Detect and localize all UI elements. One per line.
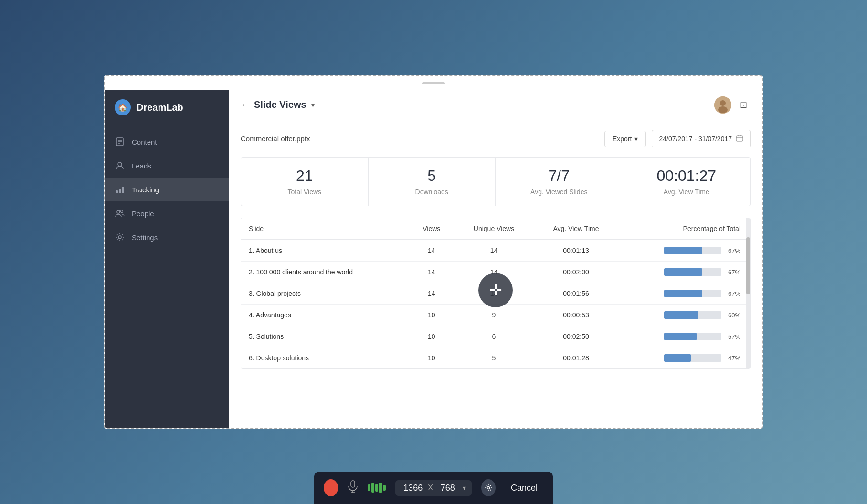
people-icon — [115, 208, 125, 219]
svg-point-9 — [121, 210, 123, 213]
downloads-number: 5 — [378, 167, 486, 185]
progress-bar-fill — [664, 247, 702, 254]
progress-bar-fill — [664, 311, 698, 319]
table-row: 1. About us 14 14 00:01:13 67% — [241, 240, 750, 262]
slides-table: Slide Views Unique Views Avg. View Time … — [241, 218, 750, 368]
progress-pct-text: 67% — [725, 269, 740, 276]
svg-point-10 — [118, 236, 121, 239]
slide-views: 10 — [408, 304, 455, 326]
record-button[interactable] — [324, 479, 338, 496]
sidebar-item-content[interactable]: Content — [105, 130, 229, 154]
stat-avg-time: 00:01:27 Avg. View Time — [623, 158, 751, 206]
sidebar-logo[interactable]: 🏠 DreamLab — [105, 90, 229, 125]
table-scrollbar[interactable] — [746, 218, 750, 368]
slide-views: 14 — [408, 283, 455, 304]
progress-bar-bg — [664, 290, 721, 297]
sidebar-item-leads[interactable]: Leads — [105, 154, 229, 178]
slide-views: 14 — [408, 262, 455, 283]
user-avatar[interactable] — [714, 96, 731, 114]
progress-bar-bg — [664, 268, 721, 276]
coord-separator: X — [428, 483, 433, 492]
header-actions: Export ▾ 24/07/2017 - 31/07/2017 — [604, 130, 751, 147]
content-icon — [115, 136, 125, 147]
logo-icon: 🏠 — [115, 99, 131, 116]
slide-pct: 60% — [619, 304, 750, 326]
svg-rect-5 — [116, 190, 118, 193]
table-row: 2. 100 000 clients around the world 14 1… — [241, 262, 750, 283]
sidebar-item-tracking[interactable]: Tracking — [105, 178, 229, 201]
sidebar-label-settings: Settings — [132, 233, 158, 242]
slide-unique-views: 14 — [455, 283, 533, 304]
slide-unique-views: 6 — [455, 326, 533, 347]
progress-bar-fill — [664, 333, 697, 340]
slide-pct: 67% — [619, 240, 750, 262]
sidebar-nav: Content Leads — [105, 125, 229, 254]
slide-name: 3. Global projects — [241, 283, 408, 304]
slide-pct: 67% — [619, 262, 750, 283]
slide-name: 1. About us — [241, 240, 408, 262]
export-arrow-icon: ▾ — [634, 135, 638, 143]
stats-grid: 21 Total Views 5 Downloads 7/7 Avg. View… — [241, 157, 751, 206]
audio-bar-5 — [383, 485, 386, 491]
coord-x-value: 1366 — [401, 483, 425, 493]
col-views: Views — [408, 218, 455, 240]
drag-handle[interactable] — [422, 82, 445, 84]
svg-rect-14 — [736, 136, 743, 141]
progress-pct-text: 67% — [725, 247, 740, 254]
progress-bar-fill — [664, 268, 702, 276]
top-bar: ← Slide Views ▾ ⊡ — [229, 90, 762, 120]
avg-slides-label: Avg. Viewed Slides — [530, 188, 587, 196]
svg-point-13 — [718, 106, 728, 113]
coord-y-value: 768 — [436, 483, 460, 493]
audio-bar-4 — [379, 483, 382, 493]
audio-bar-3 — [375, 484, 378, 492]
sidebar-label-leads: Leads — [132, 162, 151, 170]
coord-dropdown-icon[interactable]: ▾ — [463, 484, 466, 492]
main-content: ← Slide Views ▾ ⊡ — [229, 90, 762, 428]
date-range-button[interactable]: 24/07/2017 - 31/07/2017 — [652, 130, 751, 147]
cancel-button[interactable]: Cancel — [505, 480, 543, 496]
sidebar: 🏠 DreamLab Content — [105, 90, 229, 428]
title-dropdown-icon[interactable]: ▾ — [311, 101, 315, 109]
slide-unique-views: 5 — [455, 347, 533, 369]
svg-point-8 — [117, 210, 120, 213]
progress-pct-text: 57% — [725, 333, 740, 340]
corner-button[interactable]: ⊡ — [736, 98, 751, 112]
microphone-button[interactable] — [348, 480, 358, 495]
slide-name: 2. 100 000 clients around the world — [241, 262, 408, 283]
avg-time-number: 00:01:27 — [633, 167, 741, 185]
sidebar-item-people[interactable]: People — [105, 201, 229, 225]
progress-pct-text: 60% — [725, 312, 740, 319]
app-window: 🏠 DreamLab Content — [104, 75, 763, 429]
bottom-toolbar: 1366 X 768 ▾ Cancel — [314, 472, 553, 504]
progress-pct-text: 67% — [725, 290, 740, 297]
audio-bar-2 — [371, 483, 374, 493]
window-top-bar — [105, 76, 762, 90]
svg-point-4 — [118, 162, 122, 166]
export-label: Export — [613, 135, 632, 143]
scrollbar-thumb[interactable] — [746, 237, 750, 294]
settings-button[interactable] — [481, 479, 496, 496]
slide-avg-time: 00:01:28 — [533, 347, 619, 369]
table-container: Slide Views Unique Views Avg. View Time … — [241, 218, 751, 369]
page-title: Slide Views — [254, 99, 307, 110]
sidebar-label-content: Content — [132, 138, 157, 146]
progress-bar-bg — [664, 354, 721, 362]
progress-pct-text: 47% — [725, 355, 740, 362]
tracking-icon — [115, 184, 125, 195]
slide-name: 4. Advantages — [241, 304, 408, 326]
export-button[interactable]: Export ▾ — [604, 131, 646, 147]
coordinate-display: 1366 X 768 ▾ — [395, 480, 472, 496]
progress-bar-bg — [664, 247, 721, 254]
audio-bar-1 — [368, 484, 370, 491]
table-row: 4. Advantages 10 9 00:00:53 60% — [241, 304, 750, 326]
svg-rect-7 — [122, 187, 124, 193]
slide-views: 10 — [408, 326, 455, 347]
slide-name: 5. Solutions — [241, 326, 408, 347]
total-views-label: Total Views — [287, 188, 321, 196]
back-button[interactable]: ← — [241, 100, 249, 110]
sidebar-item-settings[interactable]: Settings — [105, 225, 229, 249]
total-views-number: 21 — [251, 167, 359, 185]
svg-point-12 — [720, 100, 726, 106]
settings-icon — [115, 232, 125, 242]
